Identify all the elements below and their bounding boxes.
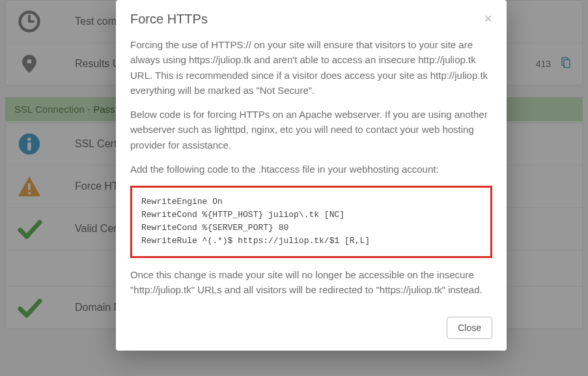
modal-paragraph-2: Below code is for forcing HTTPs on an Ap… [130,107,492,152]
close-button[interactable]: Close [447,317,492,339]
close-icon[interactable]: × [484,12,492,26]
modal-paragraph-1: Forcing the use of HTTPS:// on your site… [130,37,492,98]
modal-paragraph-4: Once this change is made your site will … [130,267,492,298]
htaccess-code-block: RewriteEngine On RewriteCond %{HTTP_HOST… [130,186,492,258]
modal-title: Force HTTPs [130,12,484,27]
modal-paragraph-3: Add the following code to the .htaccess … [130,162,492,177]
modal-body: Forcing the use of HTTPS:// on your site… [116,33,507,310]
force-https-modal: Force HTTPs × Forcing the use of HTTPS:/… [116,0,507,351]
modal-header: Force HTTPs × [116,0,507,33]
modal-footer: Close [116,310,507,351]
